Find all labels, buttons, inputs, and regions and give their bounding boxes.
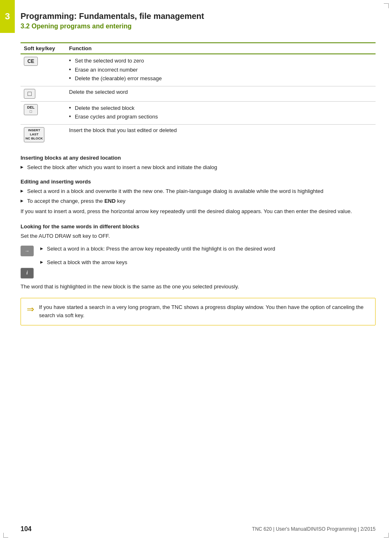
corner-mark-tr bbox=[384, 3, 389, 8]
page-number: 104 bbox=[21, 525, 32, 533]
function-text-square: Delete the selected word bbox=[69, 89, 128, 95]
key-ce-button: CE bbox=[24, 57, 38, 66]
editing-words-list: Select a word in a block and overwrite i… bbox=[21, 187, 376, 205]
table-row: □ Delete the selected word bbox=[21, 86, 376, 101]
key-del-button: DEL□ bbox=[24, 104, 38, 116]
function-text-insert: Insert the block that you last edited or… bbox=[69, 127, 177, 133]
looking-blocks-list2: Select a block with the arrow keys bbox=[40, 258, 376, 267]
copyright-text: TNC 620 | User's ManualDIN/ISO Programmi… bbox=[252, 526, 376, 532]
arrow-list-item: To accept the change, press the END key bbox=[21, 197, 376, 205]
key-square-button: □ bbox=[24, 89, 35, 99]
bullet-item: Delete the selected block bbox=[69, 104, 372, 112]
looking-blocks-list: Select a word in a block: Press the arro… bbox=[40, 245, 376, 253]
inserting-blocks-list: Select the block after which you want to… bbox=[21, 163, 376, 172]
corner-mark-bl bbox=[3, 533, 8, 538]
corner-mark-br bbox=[384, 533, 389, 538]
bullet-item: Set the selected word to zero bbox=[69, 57, 372, 65]
footer: 104 TNC 620 | User's ManualDIN/ISO Progr… bbox=[21, 525, 376, 533]
arrow-key-button: → bbox=[21, 246, 34, 256]
page: 3 Programming: Fundamentals, file manage… bbox=[0, 0, 392, 541]
content-area: Programming: Fundamentals, file manageme… bbox=[21, 0, 376, 325]
table-row: CE Set the selected word to zero Erase a… bbox=[21, 54, 376, 86]
main-title: Programming: Fundamentals, file manageme… bbox=[21, 12, 376, 21]
looking-blocks-heading: Looking for the same words in different … bbox=[21, 223, 376, 230]
inserting-blocks-heading: Inserting blocks at any desired location bbox=[21, 155, 376, 161]
chapter-number: 3 bbox=[5, 11, 10, 22]
info-key-button: i bbox=[21, 268, 34, 279]
key-cell-square: □ bbox=[21, 86, 66, 101]
arrow-list-item: Select the block after which you want to… bbox=[21, 163, 376, 172]
ce-bullet-list: Set the selected word to zero Erase an i… bbox=[69, 57, 372, 83]
note-box: ⇒ If you have started a search in a very… bbox=[21, 298, 376, 326]
note-arrow-icon: ⇒ bbox=[27, 304, 34, 315]
arrow-list-item: Select a word in a block: Press the arro… bbox=[40, 245, 376, 253]
del-bullet-list: Delete the selected block Erase cycles a… bbox=[69, 104, 372, 121]
table-header-function: Function bbox=[66, 43, 376, 54]
bullet-item: Erase cycles and program sections bbox=[69, 113, 372, 121]
table-header-key: Soft key/key bbox=[21, 43, 66, 54]
note-text: If you have started a search in a very l… bbox=[39, 303, 369, 320]
key-insert-button: INSERTLASTNC BLOCK bbox=[24, 127, 44, 142]
table-row: INSERTLASTNC BLOCK Insert the block that… bbox=[21, 124, 376, 145]
side-key-box: → i bbox=[21, 245, 34, 279]
chapter-tab: 3 bbox=[0, 0, 15, 33]
bullet-item: Erase an incorrect number bbox=[69, 66, 372, 74]
editing-words-heading: Editing and inserting words bbox=[21, 179, 376, 185]
looking-blocks-intro: Set the AUTO DRAW soft key to OFF. bbox=[21, 232, 376, 241]
looking-blocks-keys-section: → i Select a word in a block: Press the … bbox=[21, 245, 376, 279]
arrow-list-item: Select a word in a block and overwrite i… bbox=[21, 187, 376, 195]
key-cell-ce: CE bbox=[21, 54, 66, 86]
side-key-content: Select a word in a block: Press the arro… bbox=[40, 245, 376, 269]
looking-blocks-para: The word that is highlighted in the new … bbox=[21, 283, 376, 291]
function-cell-insert: Insert the block that you last edited or… bbox=[66, 124, 376, 145]
function-cell-square: Delete the selected word bbox=[66, 86, 376, 101]
arrow-list-item: Select a block with the arrow keys bbox=[40, 258, 376, 267]
key-cell-insert: INSERTLASTNC BLOCK bbox=[21, 124, 66, 145]
editing-words-para: If you want to insert a word, press the … bbox=[21, 207, 376, 216]
bullet-item: Delete the (clearable) error message bbox=[69, 74, 372, 83]
function-cell-del: Delete the selected block Erase cycles a… bbox=[66, 101, 376, 124]
key-cell-del: DEL□ bbox=[21, 101, 66, 124]
section-title: 3.2 Opening programs and entering bbox=[21, 23, 376, 30]
function-cell-ce: Set the selected word to zero Erase an i… bbox=[66, 54, 376, 86]
function-table: Soft key/key Function CE Set the selecte… bbox=[21, 42, 376, 145]
table-row: DEL□ Delete the selected block Erase cyc… bbox=[21, 101, 376, 124]
